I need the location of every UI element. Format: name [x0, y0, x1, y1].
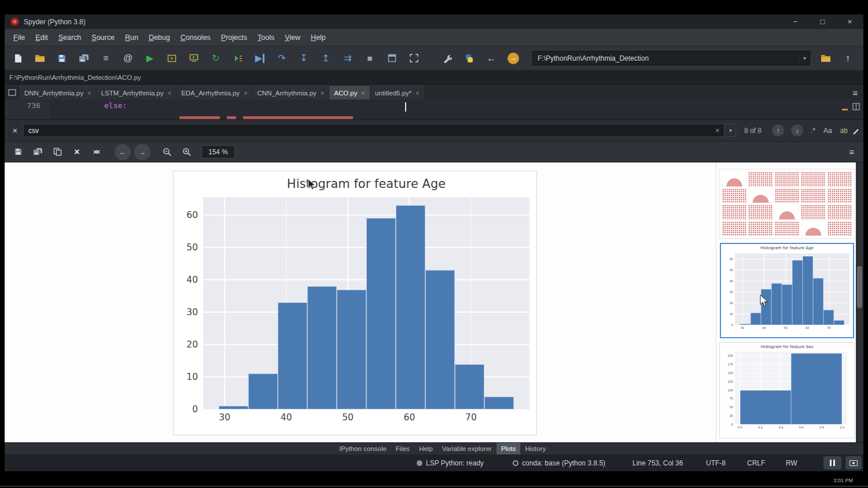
pythonpath-manager-button[interactable] — [461, 50, 478, 67]
zoom-out-button[interactable] — [159, 144, 175, 160]
menu-debug[interactable]: Debug — [144, 31, 175, 44]
menu-search[interactable]: Search — [53, 31, 87, 44]
code-line: else: — [104, 101, 127, 110]
copy-plot-button[interactable] — [49, 144, 65, 160]
find-previous-button[interactable]: ↑ — [772, 124, 784, 136]
tab-close-icon[interactable]: × — [244, 90, 247, 97]
tab-options-menu-icon[interactable]: ≡ — [847, 86, 863, 99]
step-over-button[interactable]: ↷ — [273, 50, 290, 67]
tab-plots[interactable]: Plots — [496, 443, 521, 454]
maximize-button[interactable]: □ — [809, 14, 836, 29]
search-field[interactable]: × — [23, 124, 724, 137]
remove-plot-button[interactable]: × — [69, 144, 85, 160]
plots-options-menu-icon[interactable]: ≡ — [844, 147, 860, 157]
menu-help[interactable]: Help — [306, 31, 331, 44]
preferences-button[interactable] — [439, 50, 456, 67]
tab-help[interactable]: Help — [414, 443, 437, 454]
run-selection-button[interactable] — [229, 50, 247, 67]
browse-tabs-button[interactable] — [5, 86, 20, 99]
thumbnail-histogram-age[interactable]: Histogram for feature Age 01020304050603… — [720, 243, 854, 338]
tab-history[interactable]: History — [520, 443, 550, 454]
editor-tab-dnn[interactable]: DNN_Arrhythmia.py× — [20, 86, 96, 99]
tab-close-icon[interactable]: × — [321, 90, 324, 97]
find-symbols-button[interactable]: @ — [119, 50, 137, 67]
zoom-level-display[interactable]: 154 % — [201, 145, 235, 158]
menu-file[interactable]: File — [8, 31, 30, 44]
split-editor-icon[interactable] — [852, 103, 860, 110]
find-next-button[interactable]: ↓ — [791, 124, 803, 136]
whole-words-toggle[interactable]: ab — [840, 127, 848, 135]
regex-toggle[interactable]: .* — [811, 127, 815, 135]
editor-tab-lstm[interactable]: LSTM_Arrhythmia.py× — [97, 86, 176, 99]
match-case-toggle[interactable]: Aa — [823, 127, 832, 135]
tab-close-icon[interactable]: × — [168, 90, 171, 97]
overlay-pause-button[interactable] — [823, 456, 841, 469]
save-all-button[interactable] — [75, 50, 93, 67]
tab-variable-explorer[interactable]: Variable explorer — [437, 443, 496, 454]
menu-edit[interactable]: Edit — [30, 31, 53, 44]
new-file-button[interactable] — [9, 50, 27, 67]
minimize-button[interactable]: − — [782, 14, 809, 29]
editor-tab-untitled5[interactable]: untitled5.py*× — [370, 86, 424, 99]
file-switcher-button[interactable]: ≡ — [97, 50, 115, 67]
thumbnail-histogram-sex[interactable]: Histogram for feature Sex 02550751001251… — [720, 343, 854, 438]
save-plot-button[interactable] — [10, 144, 26, 160]
menu-consoles[interactable]: Consoles — [175, 31, 216, 44]
previous-plot-button[interactable]: ← — [115, 144, 131, 160]
scrollbar-thumb[interactable] — [857, 266, 862, 308]
tab-close-icon[interactable]: × — [415, 90, 419, 97]
tab-files[interactable]: Files — [391, 443, 414, 454]
combo-caret-icon[interactable]: ▾ — [799, 55, 810, 61]
open-file-button[interactable] — [31, 50, 49, 67]
menu-tools[interactable]: Tools — [252, 31, 279, 44]
interpreter-status[interactable]: conda: base (Python 3.8.5) — [513, 454, 605, 471]
back-button[interactable]: ← — [483, 50, 500, 67]
step-return-button[interactable]: ↥ — [317, 50, 334, 67]
search-input[interactable] — [24, 127, 711, 135]
cursor-position: Line 753, Col 36 — [632, 454, 683, 471]
parent-directory-button[interactable]: ↑ — [839, 50, 856, 67]
run-cell-advance-button[interactable] — [185, 50, 203, 67]
save-all-plots-button[interactable] — [30, 144, 46, 160]
fullscreen-button[interactable] — [405, 50, 422, 67]
editor-tab-aco[interactable]: ACO.py× — [329, 86, 370, 99]
debug-file-button[interactable]: ▶ — [251, 50, 269, 67]
remove-all-plots-button[interactable]: ×× — [89, 144, 105, 160]
menu-run[interactable]: Run — [120, 31, 144, 44]
overlay-capture-button[interactable] — [845, 456, 862, 469]
run-file-button[interactable]: ▶ — [141, 50, 159, 67]
tab-close-icon[interactable]: × — [87, 90, 91, 97]
working-directory-combobox[interactable]: F:\PythonRun\Arrhythmia_Detection ▾ — [532, 51, 810, 65]
thumbnail-title: Histogram for feature Age — [721, 246, 853, 250]
clear-search-icon[interactable]: × — [711, 126, 724, 135]
tab-close-icon[interactable]: × — [362, 90, 365, 97]
menu-view[interactable]: View — [279, 31, 306, 44]
close-button[interactable]: × — [836, 14, 863, 29]
editor-tab-cnn[interactable]: CNN_Arrhythmia.py× — [253, 86, 329, 99]
stop-button[interactable]: ■ — [361, 50, 378, 67]
highlight-matches-icon[interactable] — [852, 127, 860, 135]
close-find-icon[interactable]: × — [8, 125, 22, 135]
search-history-caret-icon[interactable]: ▾ — [726, 124, 736, 137]
menu-projects[interactable]: Projects — [216, 31, 252, 44]
maximize-pane-button[interactable] — [383, 50, 400, 67]
match-count: 8 of 8 — [744, 127, 762, 135]
rerun-cell-button[interactable]: ↻ — [207, 50, 225, 67]
zoom-in-button[interactable] — [179, 144, 195, 160]
line-ending-status: CRLF — [747, 454, 765, 471]
tab-ipython-console[interactable]: IPython console — [334, 443, 391, 454]
editor-tab-eda[interactable]: EDA_Arrhythmia.py× — [176, 86, 252, 99]
continue-button[interactable]: ⇉ — [339, 50, 356, 67]
run-cell-button[interactable] — [163, 50, 181, 67]
menu-source[interactable]: Source — [86, 31, 120, 44]
pairplot-scatter-cell — [827, 172, 852, 187]
thumbnails-scrollbar[interactable] — [856, 162, 863, 442]
save-button[interactable] — [53, 50, 71, 67]
pairplot-scatter-cell — [827, 188, 852, 204]
code-editor[interactable]: 736 else: — [5, 99, 863, 119]
forward-button[interactable]: → — [505, 50, 522, 67]
step-into-button[interactable]: ↧ — [295, 50, 312, 67]
browse-directory-button[interactable] — [817, 50, 834, 67]
thumbnail-scatter-matrix[interactable] — [720, 169, 854, 238]
next-plot-button[interactable]: → — [134, 144, 150, 160]
